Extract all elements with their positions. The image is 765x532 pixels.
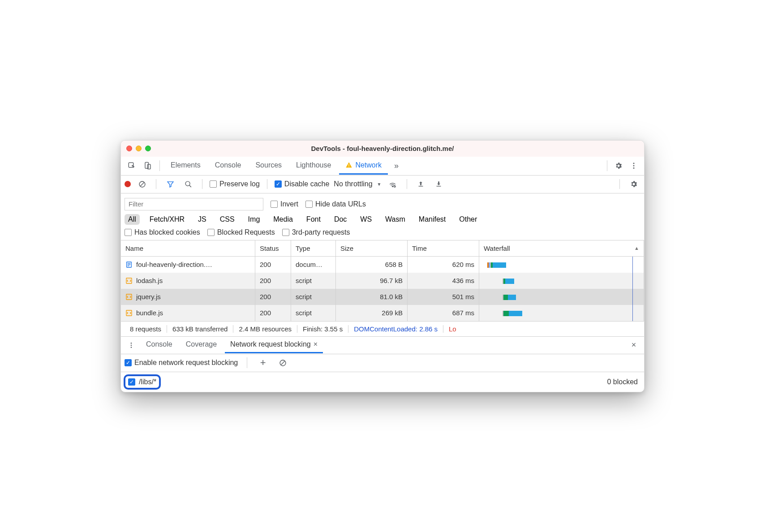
divider xyxy=(619,179,620,189)
throttling-select[interactable]: No throttling ▼ xyxy=(334,180,381,188)
type-filter-ws[interactable]: WS xyxy=(357,214,375,225)
warning-icon xyxy=(345,162,352,169)
settings-gear-icon[interactable] xyxy=(627,180,640,188)
cell-type: script xyxy=(291,289,336,305)
more-tabs-icon[interactable]: » xyxy=(390,161,403,171)
tab-label: Lighthouse xyxy=(296,161,331,169)
table-row[interactable]: bundle.js200script269 kB687 ms xyxy=(121,305,644,321)
filter-funnel-icon[interactable] xyxy=(163,180,177,188)
col-time[interactable]: Time xyxy=(408,240,479,256)
kebab-menu-icon[interactable] xyxy=(125,342,138,349)
search-icon[interactable] xyxy=(181,180,195,188)
cell-size: 81.0 kB xyxy=(336,289,408,305)
third-party-checkbox[interactable]: 3rd-party requests xyxy=(282,228,350,236)
svg-line-9 xyxy=(140,182,144,186)
type-filter-manifest[interactable]: Manifest xyxy=(415,214,449,225)
pattern-text[interactable]: /libs/* xyxy=(139,378,156,386)
pattern-checkbox[interactable] xyxy=(128,378,135,386)
window-title: DevTools - foul-heavenly-direction.glitc… xyxy=(121,145,644,152)
svg-point-10 xyxy=(185,181,190,186)
invert-checkbox[interactable]: Invert xyxy=(271,200,298,208)
drawer-tab-console[interactable]: Console xyxy=(141,337,178,353)
tab-console[interactable]: Console xyxy=(209,157,248,175)
sort-asc-icon: ▲ xyxy=(634,245,639,251)
settings-gear-icon[interactable] xyxy=(612,162,625,170)
kebab-menu-icon[interactable] xyxy=(627,162,640,170)
clear-icon[interactable] xyxy=(135,180,149,188)
cell-size: 658 B xyxy=(336,257,408,273)
svg-rect-14 xyxy=(419,186,423,186)
network-filter-bar: Invert Hide data URLs AllFetch/XHRJSCSSI… xyxy=(121,193,644,240)
type-filter-css[interactable]: CSS xyxy=(216,214,238,225)
close-tab-icon[interactable]: × xyxy=(314,340,318,348)
hide-data-urls-checkbox[interactable]: Hide data URLs xyxy=(305,200,366,208)
tab-network[interactable]: Network xyxy=(339,157,388,175)
col-size[interactable]: Size xyxy=(336,240,408,256)
svg-point-25 xyxy=(131,347,132,348)
divider xyxy=(267,179,267,189)
divider xyxy=(202,179,202,189)
cell-status: 200 xyxy=(255,305,291,321)
table-row[interactable]: lodash.js200script96.7 kB436 ms xyxy=(121,273,644,289)
type-filter-media[interactable]: Media xyxy=(270,214,297,225)
col-waterfall[interactable]: Waterfall▲ xyxy=(479,240,644,256)
type-filter-wasm[interactable]: Wasm xyxy=(382,214,409,225)
inspect-element-icon[interactable] xyxy=(125,162,139,170)
network-conditions-icon[interactable] xyxy=(386,180,400,189)
svg-point-24 xyxy=(131,344,132,346)
type-filter-font[interactable]: Font xyxy=(303,214,324,225)
blocked-count: 0 blocked xyxy=(607,378,642,386)
divider xyxy=(247,357,247,368)
download-har-icon[interactable] xyxy=(432,180,446,188)
label: Blocked Requests xyxy=(217,228,275,236)
type-filter-doc[interactable]: Doc xyxy=(331,214,350,225)
table-row[interactable]: foul-heavenly-direction.…200docum…658 B6… xyxy=(121,257,644,273)
col-name[interactable]: Name xyxy=(121,240,255,256)
blocked-cookies-checkbox[interactable]: Has blocked cookies xyxy=(125,228,200,236)
network-statusbar: 8 requests 633 kB transferred 2.4 MB res… xyxy=(121,321,644,336)
cell-time: 501 ms xyxy=(408,289,479,305)
tab-label: Elements xyxy=(171,161,201,169)
type-filter-fetchxhr[interactable]: Fetch/XHR xyxy=(146,214,188,225)
record-button[interactable] xyxy=(125,181,131,187)
svg-rect-1 xyxy=(145,163,149,169)
type-filter-other[interactable]: Other xyxy=(456,214,481,225)
enable-blocking-checkbox[interactable]: Enable network request blocking xyxy=(125,359,238,367)
blocking-toolbar: Enable network request blocking + xyxy=(121,354,644,372)
svg-rect-15 xyxy=(437,186,441,186)
tab-label: Console xyxy=(215,161,241,169)
preserve-log-checkbox[interactable]: Preserve log xyxy=(210,180,260,188)
disable-cache-checkbox[interactable]: Disable cache xyxy=(275,180,330,188)
script-icon xyxy=(125,309,133,317)
drawer-tab-network-request-blocking[interactable]: Network request blocking × xyxy=(225,337,323,353)
label: Invert xyxy=(280,200,298,208)
cell-waterfall xyxy=(479,289,644,305)
close-drawer-icon[interactable]: × xyxy=(627,340,640,350)
tab-lighthouse[interactable]: Lighthouse xyxy=(290,157,337,175)
type-filter-img[interactable]: Img xyxy=(245,214,264,225)
col-type[interactable]: Type xyxy=(291,240,336,256)
cell-name: jquery.js xyxy=(121,289,255,305)
svg-point-6 xyxy=(633,165,635,167)
tab-label: Network xyxy=(355,161,382,169)
cell-waterfall xyxy=(479,257,644,273)
filter-input[interactable] xyxy=(125,198,263,210)
label: Coverage xyxy=(186,340,217,348)
cell-name: foul-heavenly-direction.… xyxy=(121,257,255,273)
blocking-pattern-row: /libs/* 0 blocked xyxy=(121,372,644,392)
device-toggle-icon[interactable] xyxy=(141,162,155,170)
tab-elements[interactable]: Elements xyxy=(164,157,207,175)
tab-label: Sources xyxy=(255,161,282,169)
col-status[interactable]: Status xyxy=(255,240,291,256)
type-filter-all[interactable]: All xyxy=(125,214,140,225)
upload-har-icon[interactable] xyxy=(414,180,428,188)
table-row[interactable]: jquery.js200script81.0 kB501 ms xyxy=(121,289,644,305)
remove-all-icon[interactable] xyxy=(276,359,289,367)
highlighted-pattern: /libs/* xyxy=(124,374,161,390)
type-filter-js[interactable]: JS xyxy=(194,214,210,225)
add-pattern-icon[interactable]: + xyxy=(256,357,270,369)
drawer-tab-coverage[interactable]: Coverage xyxy=(181,337,222,353)
tab-sources[interactable]: Sources xyxy=(249,157,288,175)
blocked-requests-checkbox[interactable]: Blocked Requests xyxy=(207,228,275,236)
cell-status: 200 xyxy=(255,257,291,273)
